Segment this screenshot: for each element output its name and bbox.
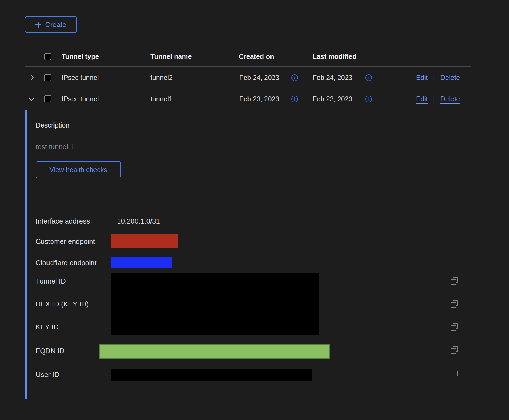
- column-header-tunnel-type: Tunnel type: [62, 52, 99, 61]
- select-all-checkbox[interactable]: [44, 53, 51, 60]
- created-on-cell: Feb 24, 2023: [239, 74, 279, 82]
- expanded-row-indicator-bar: [25, 110, 27, 399]
- tunnel-id-label: Tunnel ID: [36, 277, 66, 285]
- chevron-right-icon[interactable]: [28, 74, 36, 82]
- column-header-last-modified: Last modified: [313, 52, 357, 61]
- create-button-label: Create: [45, 21, 66, 29]
- tunnel-name-cell: tunnel1: [150, 95, 173, 103]
- table-bottom-divider: [25, 399, 471, 399]
- tunnel-type-cell: IPsec tunnel: [62, 74, 99, 82]
- tunnels-page: Create Tunnel type Tunnel name Created o…: [0, 0, 509, 420]
- fqdn-id-label: FQDN ID: [36, 347, 65, 355]
- tunnel-type-cell: IPsec tunnel: [62, 95, 99, 103]
- delete-link[interactable]: Delete: [440, 74, 460, 82]
- row-checkbox[interactable]: [44, 95, 51, 102]
- view-health-checks-button[interactable]: View health checks: [36, 161, 121, 178]
- description-value: test tunnel 1: [36, 143, 74, 151]
- edit-link[interactable]: Edit: [416, 74, 428, 82]
- interface-address-label: Interface address: [36, 217, 90, 225]
- fqdn-id-redacted-value: [99, 344, 330, 359]
- copy-icon[interactable]: [451, 323, 458, 331]
- delete-link[interactable]: Delete: [440, 95, 460, 103]
- copy-icon[interactable]: [451, 346, 458, 354]
- description-label: Description: [36, 121, 69, 129]
- hex-id-label: HEX ID (KEY ID): [36, 300, 89, 308]
- key-id-label: KEY ID: [36, 323, 59, 331]
- column-header-tunnel-name: Tunnel name: [150, 52, 192, 61]
- copy-icon[interactable]: [451, 277, 458, 285]
- copy-icon[interactable]: [451, 371, 458, 378]
- edit-link[interactable]: Edit: [416, 95, 428, 103]
- interface-address-value: 10.200.1.0/31: [117, 217, 160, 225]
- action-separator: |: [433, 74, 435, 82]
- user-id-redacted-value: [111, 369, 312, 381]
- id-values-redacted-block: [111, 273, 319, 335]
- user-id-label: User ID: [36, 371, 59, 379]
- action-separator: |: [433, 95, 435, 103]
- panel-divider: [36, 195, 460, 195]
- customer-endpoint-redacted-value: [111, 234, 178, 248]
- cloudflare-endpoint-label: Cloudflare endpoint: [36, 259, 97, 267]
- info-icon[interactable]: [365, 74, 372, 81]
- last-modified-cell: Feb 24, 2023: [313, 74, 352, 82]
- copy-icon[interactable]: [451, 300, 458, 308]
- column-header-created-on: Created on: [239, 52, 274, 61]
- header-divider: [25, 66, 471, 67]
- create-button[interactable]: Create: [25, 16, 77, 33]
- chevron-down-icon[interactable]: [28, 95, 35, 104]
- row-divider: [25, 89, 471, 89]
- info-icon[interactable]: [365, 96, 372, 102]
- plus-icon: [35, 22, 41, 28]
- customer-endpoint-label: Customer endpoint: [36, 237, 95, 246]
- view-health-checks-label: View health checks: [49, 166, 107, 174]
- last-modified-cell: Feb 23, 2023: [313, 95, 352, 103]
- row-checkbox[interactable]: [44, 74, 51, 81]
- info-icon[interactable]: [291, 96, 298, 102]
- tunnel-name-cell: tunnel2: [150, 74, 173, 82]
- created-on-cell: Feb 23, 2023: [239, 95, 279, 103]
- info-icon[interactable]: [291, 74, 298, 81]
- cloudflare-endpoint-redacted-value: [111, 257, 172, 268]
